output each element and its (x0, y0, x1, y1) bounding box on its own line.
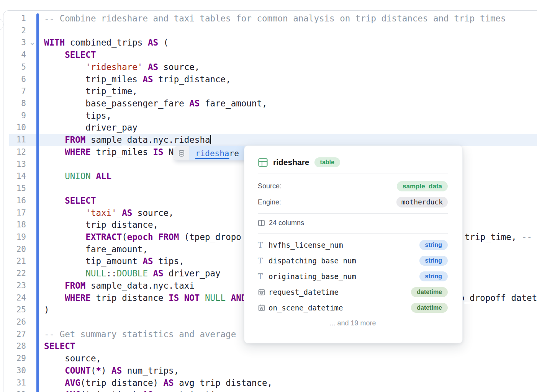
code-token: p_dropoff_datet (459, 292, 537, 304)
code-token: AS (142, 390, 153, 392)
code-token: AVG (65, 390, 80, 392)
code-token: SELECT (44, 341, 75, 351)
autocomplete-dropdown[interactable]: rideshare (174, 146, 247, 160)
code-line-29[interactable]: source, (44, 353, 537, 365)
code-token: AS (148, 38, 158, 47)
line-number: 28 (0, 340, 26, 353)
line-number: 31 (0, 377, 26, 389)
code-line-4[interactable]: SELECT (44, 49, 537, 61)
code-token: fare_amount, (200, 98, 267, 108)
engine-row: Engine: motherduck (258, 196, 448, 209)
code-line-10[interactable]: driver_pay (44, 122, 537, 134)
more-columns-label: ... and 19 more (258, 319, 448, 327)
chevron-down-icon[interactable]: ⌄ (28, 37, 36, 49)
text-type-icon: T (258, 240, 268, 250)
code-line-31[interactable]: AVG(trip_distance) AS avg_trip_distance, (44, 377, 537, 389)
code-line-32[interactable]: AVG(trip_time) AS avg_trip_time, (44, 389, 537, 392)
code-token: IS (169, 293, 179, 303)
column-row: Thvfhs_license_numstring (258, 238, 448, 251)
code-token: epoch (127, 232, 153, 242)
engine-badge: motherduck (396, 197, 448, 207)
code-line-2[interactable] (44, 25, 537, 37)
code-line-7[interactable]: trip_time, (44, 85, 537, 98)
code-token: ) (44, 305, 49, 315)
source-label: Source: (258, 182, 282, 190)
columns-count-row: 24 columns (258, 217, 448, 229)
code-token: combined_trips (65, 38, 148, 47)
code-token (226, 293, 231, 303)
line-number: 12 (0, 146, 26, 158)
code-line-5[interactable]: 'rideshare' AS source, (44, 61, 537, 74)
code-token: AS (164, 378, 174, 388)
column-name: on_scene_datetime (268, 304, 411, 312)
line-number: 1 (0, 13, 26, 25)
code-token: AS (148, 62, 158, 72)
code-line-30[interactable]: COUNT(*) AS num_trips, (44, 365, 537, 377)
line-number: 14 (0, 170, 26, 183)
line-number: 8 (0, 98, 26, 110)
code-token (44, 378, 65, 388)
code-token (44, 268, 85, 278)
code-token: avg_trip_distance, (174, 378, 272, 388)
column-type-badge: string (419, 256, 448, 266)
code-token (44, 232, 85, 242)
code-token: ( (91, 366, 96, 376)
column-name: request_datetime (268, 288, 411, 296)
code-token (44, 50, 65, 60)
code-token: tips, (44, 111, 111, 121)
code-token: trip_miles (44, 74, 142, 84)
code-line-6[interactable]: trip_miles AS trip_distance, (44, 74, 537, 86)
column-name: originating_base_num (268, 272, 419, 281)
code-token: driver_pay (164, 268, 221, 278)
code-token: 'taxi' (85, 208, 116, 218)
code-token: (trip_time) (80, 390, 143, 392)
code-line-8[interactable]: base_passenger_fare AS fare_amount, (44, 98, 537, 110)
line-number: 29 (0, 353, 26, 365)
code-token: driver_pay (44, 122, 138, 132)
line-number: 6 (0, 74, 26, 86)
code-line-11[interactable]: FROM sample_data.nyc.ridesha (44, 134, 537, 146)
code-token: source, (158, 62, 200, 72)
code-token (44, 135, 65, 145)
code-line-1[interactable]: -- Combine rideshare and taxi tables for… (44, 13, 537, 25)
code-token (117, 208, 122, 218)
code-token: -- Combine rideshare and taxi tables for… (44, 13, 506, 23)
text-caret (210, 135, 211, 144)
code-token (44, 293, 65, 303)
code-token (44, 390, 65, 392)
code-line-3[interactable]: WITH combined_trips AS ( (44, 37, 537, 49)
divider (258, 213, 448, 214)
calendar-clock-icon (258, 288, 268, 296)
line-number: 15 (0, 183, 26, 195)
code-token: sample_data.nyc.ridesha (85, 135, 210, 145)
column-row: request_datetimedatetime (258, 286, 448, 298)
line-number: 7 (0, 85, 26, 98)
column-type-badge: datetime (411, 287, 448, 297)
autocomplete-item-rideshare[interactable]: rideshare (189, 146, 247, 160)
code-token: trip_distance, (153, 74, 231, 84)
line-number: 13 (0, 158, 26, 171)
code-token: num_trips, (122, 366, 179, 376)
code-token: FROM (65, 135, 85, 145)
code-token: :: (106, 268, 117, 278)
code-token (153, 232, 158, 242)
line-number-gutter: 1234567891011121314151617181920212223242… (0, 13, 26, 392)
cell-accent-bar (36, 13, 39, 392)
code-token (44, 281, 65, 291)
code-token: AS (111, 366, 122, 376)
table-info-popup: rideshare table Source: sample_data Engi… (244, 145, 463, 343)
code-token (200, 293, 205, 303)
code-token: * (96, 366, 101, 376)
autocomplete-rest-text: re (229, 149, 239, 158)
database-icon (174, 146, 189, 160)
code-token: WHERE (65, 293, 91, 303)
code-token: EXTRACT (85, 232, 122, 242)
code-token: AVG (65, 378, 80, 388)
code-token: 'rideshare' (85, 62, 142, 72)
code-line-9[interactable]: tips, (44, 110, 537, 122)
code-token: trip_distance, (44, 220, 158, 230)
column-type-badge: datetime (411, 303, 448, 313)
code-token: WHERE (65, 147, 91, 157)
code-token (44, 147, 65, 157)
code-token: FROM (65, 281, 85, 291)
